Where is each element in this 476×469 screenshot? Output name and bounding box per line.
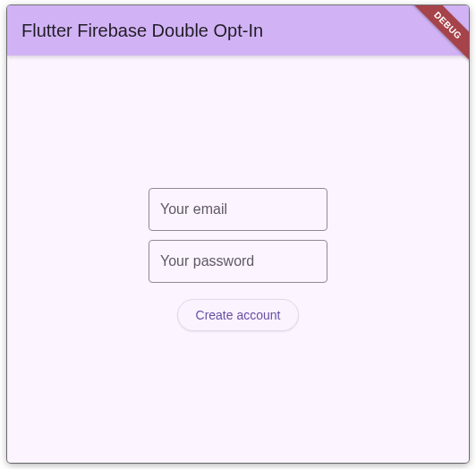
email-field[interactable] [149,188,327,231]
app-window: Flutter Firebase Double Opt-In DEBUG Cre… [7,5,469,463]
app-bar: Flutter Firebase Double Opt-In [7,5,469,55]
form-body: Create account [7,55,469,463]
create-account-button[interactable]: Create account [177,299,300,331]
app-bar-title: Flutter Firebase Double Opt-In [21,21,263,41]
password-field[interactable] [149,240,327,283]
